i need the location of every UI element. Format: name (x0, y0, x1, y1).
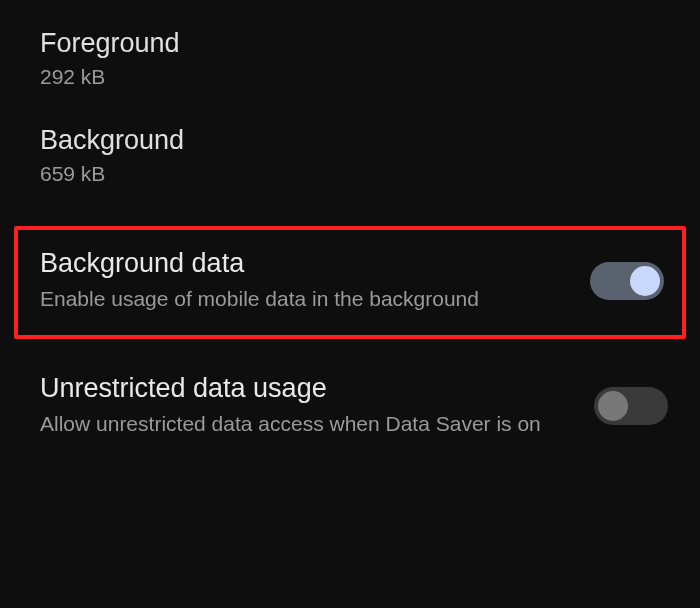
unrestricted-data-subtitle: Allow unrestricted data access when Data… (40, 410, 574, 438)
toggle-thumb (630, 266, 660, 296)
background-data-subtitle: Enable usage of mobile data in the backg… (40, 285, 570, 313)
background-data-setting[interactable]: Background data Enable usage of mobile d… (14, 226, 686, 339)
unrestricted-data-toggle[interactable] (594, 387, 668, 425)
toggle-thumb (598, 391, 628, 421)
background-value: 659 kB (40, 162, 660, 186)
foreground-stat: Foreground 292 kB (0, 20, 700, 117)
foreground-value: 292 kB (40, 65, 660, 89)
unrestricted-data-title: Unrestricted data usage (40, 373, 574, 404)
settings-list: Foreground 292 kB Background 659 kB Back… (0, 0, 700, 479)
background-label: Background (40, 125, 660, 156)
unrestricted-data-setting[interactable]: Unrestricted data usage Allow unrestrict… (0, 353, 700, 458)
background-data-title: Background data (40, 248, 570, 279)
foreground-label: Foreground (40, 28, 660, 59)
background-data-toggle[interactable] (590, 262, 664, 300)
unrestricted-data-text: Unrestricted data usage Allow unrestrict… (40, 373, 594, 438)
background-data-text: Background data Enable usage of mobile d… (40, 248, 590, 313)
background-stat: Background 659 kB (0, 117, 700, 214)
